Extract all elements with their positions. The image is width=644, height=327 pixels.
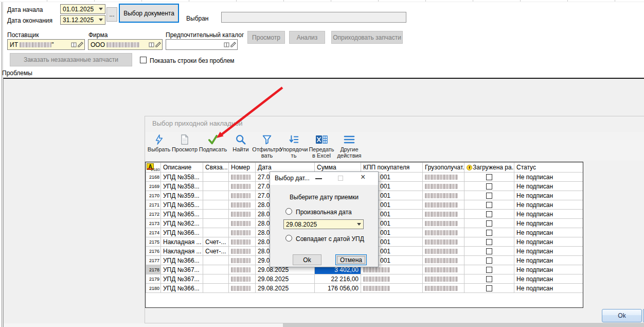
loaded-checkbox[interactable]: [486, 193, 492, 199]
minimize-icon[interactable]: [315, 178, 322, 179]
cell-status[interactable]: Не подписан: [514, 173, 584, 182]
catalog-book-icon[interactable]: [71, 42, 77, 47]
cell-linked[interactable]: [203, 284, 229, 293]
cell-status[interactable]: Не подписан: [514, 200, 584, 210]
cell-linked[interactable]: [203, 256, 229, 265]
cell-loaded[interactable]: [464, 228, 514, 237]
column-header-status[interactable]: Статус: [514, 163, 584, 173]
cell-status[interactable]: Не подписан: [514, 256, 584, 265]
catalog-book-icon[interactable]: [149, 42, 154, 47]
close-icon[interactable]: ×: [361, 173, 365, 182]
row-number-cell[interactable]: 2179: [146, 274, 161, 284]
loaded-checkbox[interactable]: [486, 220, 492, 227]
cell-sum[interactable]: 22 216,00: [315, 274, 361, 284]
cell-consignee[interactable]: [423, 237, 464, 247]
acceptance-date-combo[interactable]: 29.08.2025: [283, 219, 364, 229]
cell-number[interactable]: [229, 284, 256, 293]
row-number-cell[interactable]: 2176: [146, 247, 161, 256]
row-number-cell[interactable]: 2178: [146, 265, 161, 274]
cell-number[interactable]: [229, 200, 256, 210]
loaded-checkbox[interactable]: [486, 202, 492, 208]
cell-status[interactable]: Не подписан: [514, 265, 584, 274]
dialog-cancel-button[interactable]: Отмена: [335, 254, 367, 265]
horizontal-scrollbar[interactable]: [4, 323, 644, 327]
cell-number[interactable]: [229, 219, 256, 228]
row-number-cell[interactable]: 2180: [146, 284, 161, 293]
cell-loaded[interactable]: [464, 219, 514, 228]
cell-description[interactable]: УПД №366...: [161, 284, 203, 293]
cell-description[interactable]: УПД №366...: [161, 228, 203, 237]
cell-number[interactable]: [229, 182, 256, 191]
row-number-cell[interactable]: 2172: [146, 210, 161, 219]
cell-number[interactable]: [229, 173, 256, 182]
cell-linked[interactable]: [203, 191, 229, 200]
loaded-checkbox[interactable]: [486, 257, 492, 264]
find-button[interactable]: Найти: [227, 133, 254, 152]
loaded-checkbox[interactable]: [486, 248, 492, 254]
preferred-catalog-field[interactable]: [166, 39, 238, 50]
date-start-combo[interactable]: 01.01.2025: [60, 4, 105, 14]
cell-linked[interactable]: [203, 274, 229, 284]
cell-description[interactable]: Накладная ...: [161, 237, 203, 247]
show-rows-checkbox[interactable]: [140, 57, 147, 63]
cell-loaded[interactable]: [464, 274, 514, 284]
cell-linked[interactable]: [203, 210, 229, 219]
catalog-book-icon[interactable]: [224, 42, 229, 47]
cell-consignee[interactable]: [423, 182, 464, 191]
cell-linked[interactable]: [203, 219, 229, 228]
cell-number[interactable]: [229, 191, 256, 200]
export-excel-button[interactable]: Передать в Excel: [308, 133, 335, 159]
table-row[interactable]: 2180УПД №366...29.08.2025176 056,00Не по…: [146, 284, 584, 293]
row-number-cell[interactable]: 2168: [146, 173, 161, 182]
row-number-cell[interactable]: 2175: [146, 237, 161, 247]
cell-loaded[interactable]: [464, 182, 514, 191]
cell-consignee[interactable]: [423, 219, 464, 228]
cell-kpp[interactable]: [361, 274, 423, 284]
match-upd-date-radio[interactable]: [285, 235, 292, 242]
cell-linked[interactable]: [203, 265, 229, 274]
row-number-cell[interactable]: 2170: [146, 191, 161, 200]
cell-loaded[interactable]: [464, 173, 514, 182]
cell-consignee[interactable]: [423, 228, 464, 237]
cell-loaded[interactable]: [464, 247, 514, 256]
column-header-number[interactable]: Номер: [229, 163, 256, 173]
row-number-cell[interactable]: 2171: [146, 200, 161, 210]
column-header-description[interactable]: Описание: [161, 163, 203, 173]
select-document-button[interactable]: Выбор документа: [119, 4, 179, 23]
supplier-field[interactable]: ИТ ": [7, 39, 85, 50]
order-unordered-button[interactable]: Заказать незаказанные запчасти: [10, 53, 132, 66]
analysis-button[interactable]: Анализ: [289, 31, 325, 44]
cell-sum[interactable]: 176 056,00: [315, 284, 361, 293]
view-button[interactable]: Просмотр: [247, 31, 285, 44]
preview-button[interactable]: Просмотр: [171, 133, 199, 152]
cell-status[interactable]: Не подписан: [514, 191, 584, 200]
selected-document-field[interactable]: [221, 12, 406, 23]
cell-description[interactable]: УПД №367...: [161, 265, 203, 274]
custom-date-radio[interactable]: [285, 208, 292, 215]
cell-consignee[interactable]: [423, 247, 464, 256]
cell-loaded[interactable]: [464, 200, 514, 210]
cell-consignee[interactable]: [423, 265, 464, 274]
edit-pencil-icon[interactable]: [78, 42, 83, 47]
cell-linked[interactable]: Счет-...: [203, 237, 229, 247]
cell-status[interactable]: Не подписан: [514, 228, 584, 237]
cell-description[interactable]: УПД №359...: [161, 191, 203, 200]
cell-loaded[interactable]: [464, 256, 514, 265]
row-number-cell[interactable]: 2173: [146, 219, 161, 228]
sort-button[interactable]: Упорядочи ть: [280, 133, 308, 159]
cell-kpp[interactable]: [361, 284, 423, 293]
cell-description[interactable]: УПД №366...: [161, 256, 203, 265]
cell-number[interactable]: [229, 274, 256, 284]
receive-parts-button[interactable]: Оприходовать запчасти: [331, 31, 403, 44]
cell-status[interactable]: Не подписан: [514, 247, 584, 256]
cell-description[interactable]: УПД №365...: [161, 210, 203, 219]
loaded-checkbox[interactable]: [486, 230, 492, 236]
more-actions-button[interactable]: Другие действия: [335, 133, 363, 159]
scrollbar-thumb[interactable]: [283, 323, 644, 327]
dialog-ok-button[interactable]: Ok: [293, 254, 321, 265]
edit-pencil-icon[interactable]: [230, 42, 236, 47]
cell-description[interactable]: Накладная ...: [161, 247, 203, 256]
sign-button[interactable]: Подписать: [199, 133, 227, 152]
cell-date[interactable]: 29.08.2025: [256, 284, 315, 293]
cell-loaded[interactable]: [464, 284, 514, 293]
